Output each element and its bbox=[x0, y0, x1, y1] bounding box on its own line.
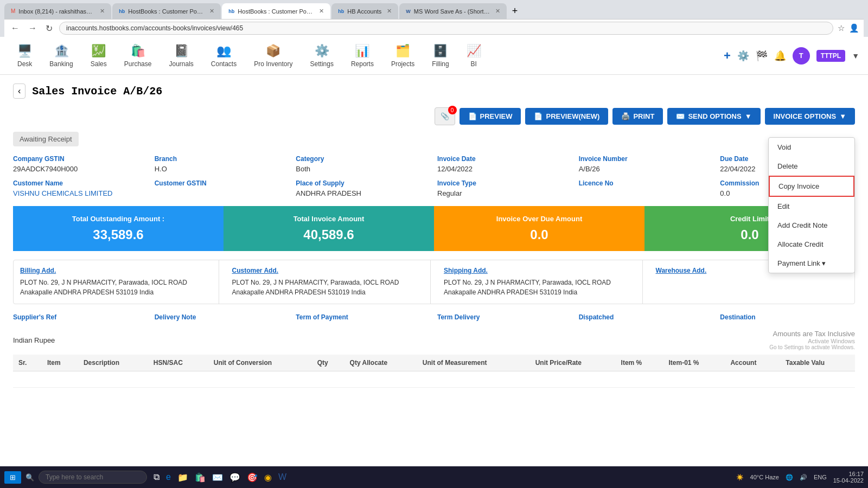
sales-icon: 💹 bbox=[91, 44, 106, 58]
tab-msword-close[interactable]: ✕ bbox=[495, 8, 500, 15]
nav-label-purchase: Purchase bbox=[124, 60, 152, 68]
tab-hbaccounts-label: HB Accounts bbox=[347, 8, 381, 15]
dropdown-item-delete[interactable]: Delete bbox=[769, 157, 854, 176]
invoice-type-label: Invoice Type bbox=[437, 179, 572, 187]
shipping-address-box: Shipping Add. PLOT No. 29, J N PHARMACIT… bbox=[437, 260, 643, 304]
customer-address-label[interactable]: Customer Add. bbox=[232, 267, 424, 274]
volume-icon: 🔊 bbox=[800, 474, 807, 481]
preview-new-icon: 📄 bbox=[534, 112, 542, 120]
bookmark-icon[interactable]: ☆ bbox=[838, 23, 845, 33]
filling-icon: 🗄️ bbox=[433, 44, 448, 58]
invoice-options-button[interactable]: INVOICE OPTIONS ▼ bbox=[765, 108, 855, 125]
taskbar-search[interactable] bbox=[39, 471, 147, 481]
nav-label-pro-inventory: Pro Inventory bbox=[254, 60, 292, 68]
taskbar-word-icon[interactable]: W bbox=[278, 472, 286, 482]
nav-item-contacts[interactable]: 👥 Contacts bbox=[202, 40, 245, 72]
taskbar-icons: ⧉ e 📁 🛍️ ✉️ 💬 🎯 ◉ W bbox=[154, 472, 286, 482]
taskbar-task-view-icon[interactable]: ⧉ bbox=[154, 472, 159, 482]
taskbar-teams-icon[interactable]: 💬 bbox=[229, 472, 240, 482]
taskbar-app1-icon[interactable]: 🎯 bbox=[247, 472, 258, 482]
nav-dropdown-icon[interactable]: ▼ bbox=[852, 52, 859, 60]
tab-gmail-close[interactable]: ✕ bbox=[100, 8, 105, 15]
taskbar-chrome-icon[interactable]: ◉ bbox=[264, 472, 272, 482]
category-value: Both bbox=[296, 165, 310, 173]
nav-label-reports: Reports bbox=[351, 60, 374, 68]
flag-button[interactable]: 🏁 bbox=[756, 50, 768, 62]
invoice-options-dropdown: Void Delete Copy Invoice Edit Add Credit… bbox=[768, 137, 855, 273]
tab-hbaccounts[interactable]: hb HB Accounts ✕ bbox=[331, 3, 398, 19]
nav-item-banking[interactable]: 🏦 Banking bbox=[41, 40, 81, 72]
nav-label-journals: Journals bbox=[169, 60, 193, 68]
nav-items: 🖥️ Desk 🏦 Banking 💹 Sales 🛍️ Purchase 📓 … bbox=[9, 40, 490, 72]
add-button[interactable]: + bbox=[724, 49, 731, 63]
nav-item-settings[interactable]: ⚙️ Settings bbox=[302, 40, 342, 72]
nav-item-purchase[interactable]: 🛍️ Purchase bbox=[116, 40, 161, 72]
attachment-button[interactable]: 📎 0 bbox=[435, 107, 455, 125]
outstanding-amount-card: Total Outstanding Amount : 33,589.6 bbox=[13, 206, 224, 251]
preview-new-label: PREVIEW(NEW) bbox=[546, 112, 599, 120]
dropdown-item-copy-invoice[interactable]: Copy Invoice bbox=[769, 176, 854, 197]
nav-item-sales[interactable]: 💹 Sales bbox=[82, 40, 116, 72]
billing-address-text: PLOT No. 29, J N PHARMACITY, Parawada, I… bbox=[20, 279, 187, 296]
taskbar-store-icon[interactable]: 🛍️ bbox=[195, 472, 206, 482]
nav-item-projects[interactable]: 🗂️ Projects bbox=[382, 40, 423, 72]
taskbar-time: 16:17 15-04-2022 bbox=[833, 471, 864, 481]
start-button[interactable]: ⊞ bbox=[4, 471, 21, 482]
tab-msword[interactable]: W MS Word Save As - (Shortcut Se... ✕ bbox=[399, 3, 507, 19]
profile-icon[interactable]: 👤 bbox=[849, 23, 859, 33]
delivery-note-field: Delivery Note bbox=[155, 313, 290, 321]
preview-button[interactable]: 📄 PREVIEW bbox=[459, 108, 521, 125]
print-button[interactable]: 🖨️ PRINT bbox=[612, 108, 663, 125]
forward-browser-btn[interactable]: → bbox=[26, 22, 39, 34]
tab-hb2[interactable]: hb HostBooks : Customer Portal ✕ bbox=[222, 3, 330, 19]
contacts-icon: 👥 bbox=[216, 44, 231, 58]
send-options-button[interactable]: ✉️ SEND OPTIONS ▼ bbox=[667, 108, 760, 125]
billing-address-label[interactable]: Billing Add. bbox=[20, 267, 212, 274]
nav-item-bi[interactable]: 📈 BI bbox=[458, 40, 490, 72]
preview-label: PREVIEW bbox=[480, 112, 513, 120]
customer-gstin-label: Customer GSTIN bbox=[155, 179, 290, 187]
taskbar-mail-icon[interactable]: ✉️ bbox=[212, 472, 223, 482]
tab-hbaccounts-close[interactable]: ✕ bbox=[387, 8, 392, 15]
dispatched-field: Dispatched bbox=[579, 313, 714, 321]
attachment-icon: 📎 bbox=[441, 112, 449, 120]
dropdown-item-payment-link[interactable]: Payment Link ▾ bbox=[769, 254, 854, 273]
tab-hb2-close[interactable]: ✕ bbox=[319, 8, 324, 15]
tab-msword-label: MS Word Save As - (Shortcut Se... bbox=[414, 8, 490, 15]
nav-item-desk[interactable]: 🖥️ Desk bbox=[9, 40, 41, 72]
nav-item-filling[interactable]: 🗄️ Filling bbox=[423, 40, 457, 72]
gear-button[interactable]: ⚙️ bbox=[737, 50, 749, 62]
customer-name-value: VISHNU CHEMICALS LIMITED bbox=[13, 189, 112, 197]
dropdown-item-edit[interactable]: Edit bbox=[769, 197, 854, 216]
notification-button[interactable]: 🔔 bbox=[774, 50, 786, 62]
tab-hb1[interactable]: hb HostBooks : Customer Portal ✕ bbox=[112, 3, 221, 19]
billing-address-box: Billing Add. PLOT No. 29, J N PHARMACITY… bbox=[14, 260, 219, 304]
dropdown-item-void[interactable]: Void bbox=[769, 138, 854, 157]
reload-btn[interactable]: ↻ bbox=[43, 22, 55, 35]
total-invoice-label: Total Invoice Amount bbox=[234, 215, 423, 223]
taskbar-files-icon[interactable]: 📁 bbox=[177, 472, 188, 482]
tab-hb1-close[interactable]: ✕ bbox=[209, 8, 214, 15]
taskbar-edge-icon[interactable]: e bbox=[166, 472, 171, 482]
url-bar[interactable] bbox=[59, 22, 833, 35]
customer-name-label: Customer Name bbox=[13, 179, 148, 187]
dropdown-item-add-credit-note[interactable]: Add Credit Note bbox=[769, 216, 854, 235]
back-button[interactable]: ‹ bbox=[13, 84, 25, 99]
customer-gstin-field: Customer GSTIN bbox=[155, 179, 290, 197]
dropdown-item-allocate-credit[interactable]: Allocate Credit bbox=[769, 235, 854, 254]
user-avatar[interactable]: T bbox=[793, 47, 810, 65]
shipping-address-label[interactable]: Shipping Add. bbox=[444, 267, 636, 274]
nav-item-pro-inventory[interactable]: 📦 Pro Inventory bbox=[245, 40, 301, 72]
hb1-favicon: hb bbox=[119, 9, 125, 14]
overdue-amount-card: Invoice Over Due Amount 0.0 bbox=[434, 206, 644, 251]
tab-gmail[interactable]: M Inbox (8,214) - rakshithasu@gm... ✕ bbox=[4, 3, 111, 19]
journals-icon: 📓 bbox=[174, 44, 189, 58]
taskbar-search-icon: 🔍 bbox=[25, 473, 34, 481]
preview-new-button[interactable]: 📄 PREVIEW(NEW) bbox=[525, 108, 608, 125]
network-icon: 🌐 bbox=[786, 474, 793, 481]
table-header: Sr. Item Description HSN/SAC Unit of Con… bbox=[13, 355, 855, 371]
nav-item-journals[interactable]: 📓 Journals bbox=[160, 40, 202, 72]
back-browser-btn[interactable]: ← bbox=[9, 22, 22, 34]
nav-item-reports[interactable]: 📊 Reports bbox=[342, 40, 382, 72]
new-tab-button[interactable]: + bbox=[508, 3, 522, 19]
